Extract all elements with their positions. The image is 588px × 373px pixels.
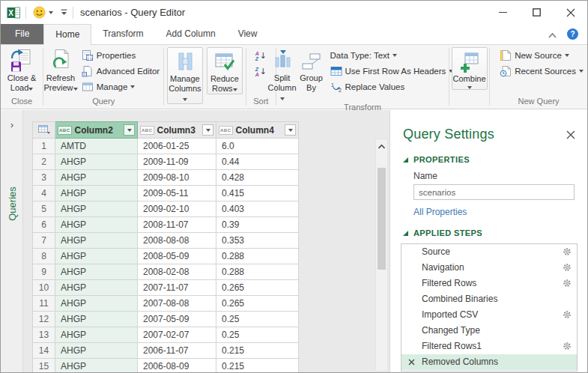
cell-column2[interactable]: AHGP (55, 312, 138, 327)
manage-columns-button[interactable]: Manage Columns (167, 47, 203, 104)
cell-column4[interactable]: 0.25 (216, 327, 299, 343)
replace-values-button[interactable]: 1 2 Replace Values (327, 79, 458, 94)
step-settings-gear-icon[interactable] (563, 263, 572, 272)
cell-column3[interactable]: 2006-08-09 (138, 359, 216, 373)
cell-column3[interactable]: 2007-02-07 (138, 327, 216, 343)
applied-step-filtered-rows[interactable]: Filtered Rows (401, 276, 577, 291)
cell-column4[interactable]: 0.403 (216, 201, 299, 217)
cell-column2[interactable]: AHGP (55, 249, 138, 264)
queries-pane[interactable]: › Queries (1, 110, 23, 372)
applied-step-filtered-rows1[interactable]: Filtered Rows1 (401, 339, 577, 354)
cell-column2[interactable]: AHGP (55, 264, 138, 280)
cell-column2[interactable]: AHGP (55, 201, 138, 217)
column2-filter-dropdown[interactable] (124, 124, 135, 136)
tab-view[interactable]: View (227, 24, 269, 44)
cell-column4[interactable]: 0.353 (216, 233, 299, 249)
cell-column4[interactable]: 0.215 (216, 343, 299, 359)
cell-column4[interactable]: 6.0 (216, 139, 299, 154)
scroll-up-button[interactable] (376, 142, 387, 152)
step-settings-gear-icon[interactable] (563, 279, 572, 288)
combine-button[interactable]: Combine (452, 47, 488, 90)
properties-section-header[interactable]: PROPERTIES (390, 155, 587, 164)
query-name-input[interactable] (413, 184, 575, 200)
reduce-rows-button[interactable]: Reduce Rows (207, 47, 243, 94)
column3-filter-dropdown[interactable] (202, 124, 213, 136)
cell-column2[interactable]: AHGP (55, 296, 138, 312)
cell-column2[interactable]: AHGP (55, 217, 138, 233)
applied-step-removed-columns[interactable]: Removed Columns (401, 354, 577, 370)
column-header-column2[interactable]: ABC Column2 (55, 122, 138, 139)
cell-column4[interactable]: 0.44 (216, 154, 299, 170)
sort-ascending-button[interactable]: AZ ↓ (252, 49, 270, 63)
advanced-editor-button[interactable]: Advanced Editor (78, 63, 163, 79)
cell-column4[interactable]: 0.288 (216, 249, 299, 264)
close-button[interactable] (554, 1, 587, 24)
cell-column3[interactable]: 2009-08-10 (138, 170, 216, 186)
cell-column4[interactable]: 0.428 (216, 170, 299, 186)
applied-step-combined-binaries[interactable]: Combined Binaries (401, 291, 577, 307)
step-settings-gear-icon[interactable] (563, 342, 572, 351)
cell-column2[interactable]: AHGP (55, 280, 138, 296)
applied-steps-section-header[interactable]: APPLIED STEPS (390, 228, 587, 237)
settings-close-button[interactable] (565, 129, 577, 141)
applied-step-navigation[interactable]: Navigation (401, 260, 577, 276)
cell-column3[interactable]: 2007-11-07 (138, 280, 216, 296)
cell-column2[interactable]: AHGP (55, 327, 138, 343)
cell-column4[interactable]: 0.265 (216, 280, 299, 296)
use-first-row-as-headers-button[interactable]: Use First Row As Headers (327, 63, 458, 79)
cell-column3[interactable]: 2006-11-07 (138, 343, 216, 359)
cell-column4[interactable]: 0.265 (216, 296, 299, 312)
recent-sources-button[interactable]: Recent Sources (496, 63, 587, 79)
vertical-scrollbar[interactable] (375, 139, 388, 372)
column-header-column3[interactable]: ABC Column3 (138, 122, 216, 139)
tab-transform[interactable]: Transform (91, 24, 154, 44)
cell-column4[interactable]: 0.215 (216, 359, 299, 373)
column-header-column4[interactable]: ABC Column4 (216, 122, 299, 139)
cell-column3[interactable]: 2009-02-10 (138, 201, 216, 217)
applied-step-changed-type[interactable]: Changed Type (401, 323, 577, 339)
applied-step-source[interactable]: Source (401, 244, 577, 260)
cell-column3[interactable]: 2008-08-08 (138, 233, 216, 249)
tab-add-column[interactable]: Add Column (155, 24, 227, 44)
cell-column3[interactable]: 2008-02-08 (138, 264, 216, 280)
tab-home[interactable]: Home (43, 24, 91, 45)
cell-column2[interactable]: AHGP (55, 154, 138, 170)
quick-access-toolbar-dropdown[interactable] (61, 9, 67, 16)
cell-column3[interactable]: 2007-05-09 (138, 312, 216, 327)
cell-column4[interactable]: 0.39 (216, 217, 299, 233)
applied-step-imported-csv[interactable]: Imported CSV (401, 307, 577, 323)
scrollbar-thumb[interactable] (378, 168, 386, 270)
feedback-smiley-button[interactable] (31, 6, 55, 19)
split-column-button[interactable]: Split Column (268, 47, 297, 103)
tab-file[interactable]: File (1, 24, 43, 44)
delete-step-icon[interactable] (408, 359, 415, 366)
cell-column2[interactable]: AHGP (55, 343, 138, 359)
cell-column3[interactable]: 2007-08-08 (138, 296, 216, 312)
cell-column4[interactable]: 0.288 (216, 264, 299, 280)
queries-expand-icon[interactable]: › (1, 119, 23, 130)
cell-column4[interactable]: 0.25 (216, 312, 299, 327)
maximize-button[interactable] (520, 1, 554, 24)
refresh-preview-button[interactable]: Refresh Preview (43, 47, 78, 93)
sort-descending-button[interactable]: ZA ↓ (252, 64, 270, 79)
cell-column3[interactable]: 2008-11-07 (138, 217, 216, 233)
help-button[interactable]: ? (567, 28, 578, 40)
cell-column4[interactable]: 0.415 (216, 186, 299, 201)
cell-column2[interactable]: AHGP (55, 233, 138, 249)
properties-button[interactable]: Properties (78, 47, 163, 63)
cell-column3[interactable]: 2009-05-11 (138, 186, 216, 201)
step-settings-gear-icon[interactable] (563, 247, 572, 256)
data-type-button[interactable]: Data Type: Text (327, 47, 458, 63)
minimize-button[interactable] (486, 1, 520, 24)
all-properties-link[interactable]: All Properties (413, 207, 587, 217)
cell-column3[interactable]: 2008-05-09 (138, 249, 216, 264)
table-select-all-button[interactable] (33, 122, 55, 139)
cell-column2[interactable]: AMTD (55, 139, 138, 154)
cell-column3[interactable]: 2009-11-09 (138, 154, 216, 170)
cell-column2[interactable]: AHGP (55, 170, 138, 186)
new-source-button[interactable]: New Source (496, 47, 587, 63)
group-by-button[interactable]: Group By (300, 47, 324, 93)
cell-column3[interactable]: 2006-01-25 (138, 139, 216, 154)
cell-column2[interactable]: AHGP (55, 186, 138, 201)
close-and-load-button[interactable]: Close & Load (4, 47, 40, 93)
